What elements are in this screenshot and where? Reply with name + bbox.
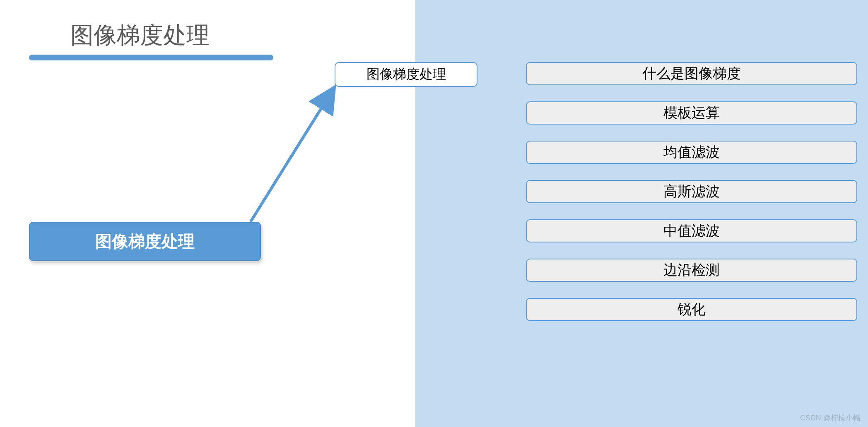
- topic-item: 高斯滤波: [526, 180, 857, 203]
- topic-item: 边沿检测: [526, 259, 857, 282]
- source-node: 图像梯度处理: [29, 222, 261, 261]
- title-underline: [29, 55, 273, 60]
- svg-line-1: [251, 87, 335, 222]
- topic-item: 模板运算: [526, 101, 857, 125]
- slide-title: 图像梯度处理: [70, 20, 210, 51]
- topic-item: 什么是图像梯度: [526, 62, 857, 85]
- topic-item: 均值滤波: [526, 141, 857, 164]
- topic-item: 中值滤波: [526, 219, 857, 242]
- topic-item: 锐化: [526, 298, 857, 321]
- watermark: CSDN @柠檬小帽: [800, 413, 861, 423]
- target-node: 图像梯度处理: [335, 62, 477, 87]
